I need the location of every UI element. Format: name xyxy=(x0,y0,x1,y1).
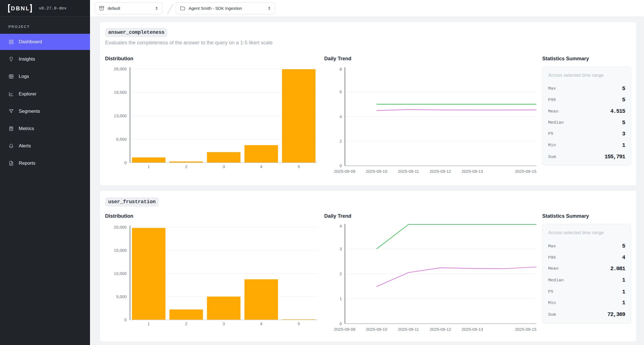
svg-text:3: 3 xyxy=(222,321,225,326)
svg-text:0: 0 xyxy=(340,321,342,326)
svg-text:19,500: 19,500 xyxy=(114,90,127,95)
svg-text:2025-09-10: 2025-09-10 xyxy=(366,327,387,332)
svg-text:2025-09-12: 2025-09-12 xyxy=(430,169,451,174)
svg-text:6: 6 xyxy=(340,89,342,94)
svg-text:2025-09-13: 2025-09-13 xyxy=(461,327,483,332)
svg-text:0: 0 xyxy=(124,317,127,322)
svg-text:2025-09-12: 2025-09-12 xyxy=(430,327,451,332)
svg-text:3: 3 xyxy=(340,246,342,251)
svg-text:4: 4 xyxy=(260,164,262,169)
svg-text:2025-09-09: 2025-09-09 xyxy=(334,327,356,332)
svg-text:0: 0 xyxy=(340,163,342,168)
svg-text:4: 4 xyxy=(260,321,262,326)
svg-text:4: 4 xyxy=(340,224,342,228)
svg-text:2025-09-15: 2025-09-15 xyxy=(515,169,536,174)
svg-text:1: 1 xyxy=(148,321,150,326)
svg-text:2025-09-13: 2025-09-13 xyxy=(461,169,483,174)
svg-text:2: 2 xyxy=(185,164,187,169)
svg-text:2025-09-10: 2025-09-10 xyxy=(366,169,387,174)
svg-text:0: 0 xyxy=(124,160,127,165)
svg-text:2025-09-11: 2025-09-11 xyxy=(398,327,419,332)
svg-text:10,000: 10,000 xyxy=(114,271,127,276)
svg-text:1: 1 xyxy=(340,296,342,301)
svg-text:2025-09-11: 2025-09-11 xyxy=(398,169,419,174)
svg-text:2025-09-09: 2025-09-09 xyxy=(334,169,356,174)
svg-text:2: 2 xyxy=(185,321,187,326)
svg-text:5,000: 5,000 xyxy=(116,294,127,299)
svg-text:15,000: 15,000 xyxy=(114,248,127,253)
svg-text:5: 5 xyxy=(298,321,300,326)
svg-text:4: 4 xyxy=(340,114,342,119)
svg-text:6,500: 6,500 xyxy=(116,137,127,142)
svg-text:5: 5 xyxy=(298,164,300,169)
svg-text:2: 2 xyxy=(340,271,342,276)
svg-text:8: 8 xyxy=(340,67,342,71)
svg-text:3: 3 xyxy=(222,164,225,169)
svg-text:1: 1 xyxy=(148,164,150,169)
svg-text:13,000: 13,000 xyxy=(114,113,127,118)
svg-text:2025-09-15: 2025-09-15 xyxy=(515,327,536,332)
svg-text:26,000: 26,000 xyxy=(114,66,127,71)
svg-text:20,000: 20,000 xyxy=(114,225,127,229)
svg-text:2: 2 xyxy=(340,139,342,143)
